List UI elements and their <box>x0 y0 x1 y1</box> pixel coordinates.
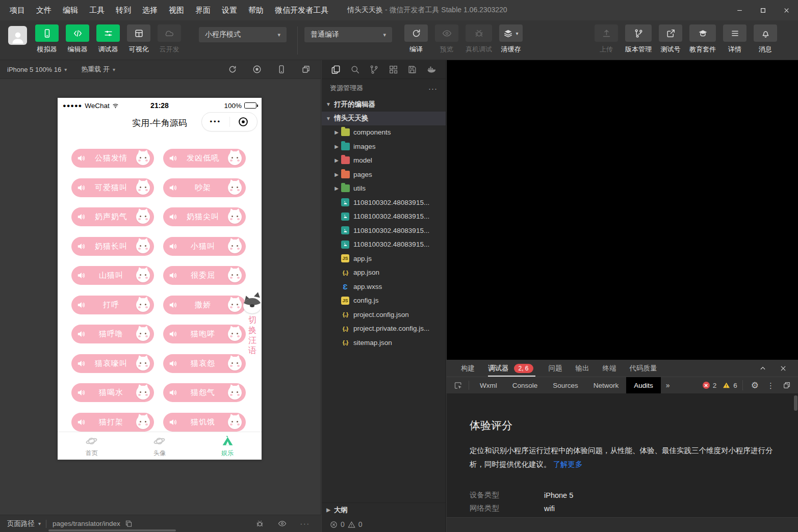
explorer-more-icon[interactable]: ··· <box>428 84 437 93</box>
refresh-icon[interactable] <box>228 65 237 74</box>
sound-button[interactable]: 奶声奶气 <box>71 207 154 226</box>
tree-section[interactable]: ▼情头天天换 <box>322 112 446 126</box>
learn-more-link[interactable]: 了解更多 <box>553 460 583 468</box>
action-layers-button[interactable]: ▾清缓存 <box>496 24 526 54</box>
menu-item-5[interactable]: 选择 <box>137 0 163 20</box>
sound-button[interactable]: 山猫叫 <box>71 266 154 285</box>
docker-whale-icon[interactable] <box>427 65 436 74</box>
tree-file[interactable]: 1108100302.48083915... <box>322 224 446 238</box>
sound-button[interactable]: 猫哀嚎叫 <box>71 354 154 373</box>
menu-item-8[interactable]: 设置 <box>216 0 243 20</box>
sound-button[interactable]: 猫哀怨 <box>163 354 246 373</box>
tab-首页[interactable]: 首页 <box>58 432 125 460</box>
tab-头像[interactable]: 头像 <box>125 432 193 460</box>
action-grad-cap-button[interactable]: 教育套件 <box>686 24 719 54</box>
tool-cloud-button[interactable]: 云开发 <box>154 24 185 54</box>
menu-item-0[interactable]: 项目 <box>4 0 31 20</box>
menu-item-10[interactable]: 微信开发者工具 <box>269 0 334 20</box>
kebab-menu-icon[interactable]: ⋮ <box>767 382 775 389</box>
sound-button[interactable]: 猫喝水 <box>71 383 154 402</box>
sound-button[interactable]: 小猫叫 <box>163 237 246 256</box>
action-bell-button[interactable]: 消息 <box>750 24 781 54</box>
sound-button[interactable]: 猫打架 <box>71 413 154 432</box>
sound-button[interactable]: 猫怨气 <box>163 383 246 402</box>
tool-code-button[interactable]: 编辑器 <box>62 24 93 54</box>
tool-layout-button[interactable]: 可视化 <box>123 24 154 54</box>
sound-button[interactable]: 猫呼噜 <box>71 325 154 343</box>
husky-icon[interactable] <box>243 297 261 313</box>
action-bug-button[interactable]: 真机调试 <box>462 24 496 54</box>
tree-folder[interactable]: ▶model <box>322 153 446 168</box>
tree-file[interactable]: {..}app.json <box>322 265 446 280</box>
sound-button[interactable]: 奶猫长叫 <box>71 237 154 256</box>
device-selector[interactable]: iPhone 5 100% 16 ▾ <box>7 66 67 73</box>
tree-file[interactable]: JSapp.js <box>322 252 446 266</box>
devtools-tab-Console[interactable]: Console <box>505 377 546 393</box>
tool-simulator-phone-button[interactable]: 模拟器 <box>32 24 62 54</box>
console-counters[interactable]: ✕ 2 6 <box>703 382 742 389</box>
menu-item-4[interactable]: 转到 <box>110 0 137 20</box>
menu-item-9[interactable]: 帮助 <box>243 0 269 20</box>
files-icon[interactable] <box>331 65 341 74</box>
horizontal-scrollbar-thumb[interactable] <box>48 529 176 531</box>
more-tabs-icon[interactable]: » <box>661 381 675 389</box>
tool-sliders-button[interactable]: 调试器 <box>93 24 123 54</box>
problems-summary[interactable]: 0 0 <box>322 517 446 532</box>
tree-file[interactable]: {..}project.private.config.js... <box>322 322 446 336</box>
sound-button[interactable]: 可爱猫叫 <box>71 178 154 197</box>
tree-folder[interactable]: ▶components <box>322 125 446 140</box>
debug-tab-终端[interactable]: 终端 <box>603 360 616 377</box>
page-path-label[interactable]: 页面路径 <box>7 519 35 528</box>
tree-file[interactable]: {..}project.config.json <box>322 308 446 322</box>
phone-frame-icon[interactable] <box>277 65 286 74</box>
menu-item-2[interactable]: 编辑 <box>57 0 84 20</box>
menu-item-6[interactable]: 视图 <box>163 0 190 20</box>
menu-item-3[interactable]: 工具 <box>84 0 110 20</box>
tree-section[interactable]: ▼打开的编辑器 <box>322 97 446 112</box>
sound-button[interactable]: 奶猫尖叫 <box>163 207 246 226</box>
debug-tab-输出[interactable]: 输出 <box>576 360 589 377</box>
sound-button[interactable]: 打呼 <box>71 296 154 314</box>
devtools-tab-Sources[interactable]: Sources <box>545 377 586 393</box>
sound-button[interactable]: 发凶低吼 <box>163 149 246 168</box>
more-icon[interactable]: ··· <box>300 520 311 527</box>
tree-file[interactable]: 1108100302.48083915... <box>322 196 446 210</box>
bug-icon[interactable] <box>255 519 264 528</box>
inspect-element-icon[interactable] <box>454 381 462 390</box>
debug-tab-调试器[interactable]: 调试器2, 6 <box>488 360 535 377</box>
action-branch-button[interactable]: 版本管理 <box>622 24 655 54</box>
tree-folder[interactable]: ▶utils <box>322 181 446 196</box>
tree-file[interactable]: JSconfig.js <box>322 294 446 308</box>
sound-button[interactable]: 猫咆哮 <box>163 325 246 343</box>
gear-icon[interactable]: ⚙ <box>751 381 759 390</box>
menu-item-1[interactable]: 文件 <box>31 0 57 20</box>
editor-area[interactable] <box>447 60 798 360</box>
close-button[interactable] <box>775 0 798 20</box>
sound-button[interactable]: 猫饥饿 <box>163 413 246 432</box>
copy-icon[interactable] <box>125 520 133 527</box>
tree-file[interactable]: {..}sitemap.json <box>322 336 446 350</box>
tree-folder[interactable]: ▶images <box>322 140 446 154</box>
eye-icon[interactable] <box>278 519 287 528</box>
action-eye-button[interactable]: 预览 <box>431 24 462 54</box>
sound-button[interactable]: 撒娇 <box>163 296 246 314</box>
minimize-button[interactable] <box>728 0 751 20</box>
switch-dog-language-button[interactable]: 切换汪语 <box>247 315 258 356</box>
sound-button[interactable]: 很委屈 <box>163 266 246 285</box>
extensions-icon[interactable] <box>389 65 398 74</box>
action-list-menu-button[interactable]: 详情 <box>719 24 750 54</box>
action-upload-button[interactable]: 上传 <box>591 24 622 54</box>
dock-side-icon[interactable] <box>783 381 791 389</box>
sound-button[interactable]: 吵架 <box>163 178 246 197</box>
tab-娱乐[interactable]: 娱乐 <box>194 432 262 460</box>
source-control-icon[interactable] <box>369 65 379 74</box>
tree-file[interactable]: 1108100302.48083915... <box>322 209 446 224</box>
maximize-button[interactable] <box>751 0 775 20</box>
debug-tab-代码质量[interactable]: 代码质量 <box>630 360 657 377</box>
menu-item-7[interactable]: 界面 <box>190 0 216 20</box>
mode-select[interactable]: 小程序模式 ▾ <box>199 27 287 42</box>
detach-window-icon[interactable] <box>301 65 311 74</box>
compile-select[interactable]: 普通编译 ▾ <box>304 27 392 42</box>
devtools-tab-Wxml[interactable]: Wxml <box>472 377 505 393</box>
collapse-icon[interactable] <box>759 365 766 372</box>
